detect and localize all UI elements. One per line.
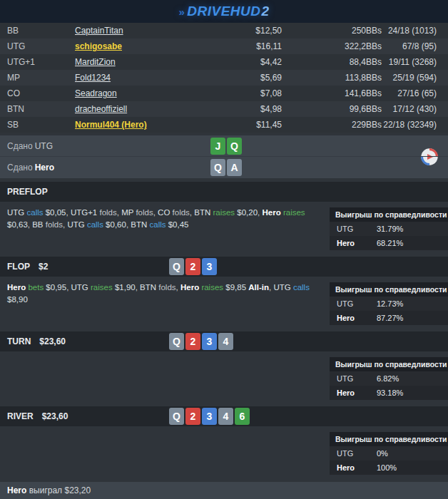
street-body: Выигрыш по справедливостиUTG6.82%Hero93.… [0,351,448,403]
action-player: BTN [131,220,147,229]
street-header: TURN$23,60Q234 [0,331,448,351]
action-verb: folds [46,220,63,229]
player-position: UTG+1 [0,54,75,70]
player-name-cell: Seadragon [75,86,207,101]
street-actions: UTG calls $0,05, UTG+1 folds, MP folds, … [0,202,322,234]
board-cards: Q23 [169,258,217,275]
card-2: 2 [185,258,200,275]
card-Q: Q [227,138,242,155]
action-amount: $0,45 [168,220,189,229]
equity-title: Выигрыш по справедливости [330,432,448,446]
player-stats: 19/11 (3268) [382,54,442,70]
player-name-cell: Fold1234 [75,70,207,86]
action-player: Hero [7,283,26,292]
card-A: A [227,159,242,176]
action-amount: $0,95 [46,283,66,292]
action-player: Hero [180,283,199,292]
action-verb: folds [158,283,175,292]
player-name-cell: schigosabe [75,38,207,54]
equity-panel: Выигрыш по справедливостиUTG12.73%Hero87… [330,282,448,325]
logo-text: DRIVEHUD [187,4,260,19]
street-preflop: PREFLOPUTG calls $0,05, UTG+1 folds, MP … [0,182,448,253]
card-3: 3 [202,408,217,425]
player-position: SB [0,117,75,133]
player-name-cell: Normul404 (Hero) [75,117,207,133]
card-2: 2 [185,333,200,350]
action-player: CO [158,208,170,217]
action-amount: $8,90 [7,295,28,304]
action-player: UTG [67,220,84,229]
action-verb: raises [213,208,235,217]
action-amount: $1,90 [115,283,136,292]
player-name-link[interactable]: MarditZion [75,57,116,67]
equity-row: UTG12.73% [330,297,448,311]
card-6: 6 [235,408,250,425]
dealt-row: СданоUTGJQ [0,135,448,157]
hand-result: Hero выиграл $23,20 [0,482,448,499]
equity-value: 6.82% [377,374,399,383]
equity-row: Hero93.18% [330,386,448,400]
action-verb: raises [201,283,223,292]
street-actions [0,351,322,359]
equity-panel: Выигрыш по справедливостиUTG0%Hero100% [330,432,448,475]
player-stats: 22/18 (32349) [382,117,442,133]
board-cards: Q2346 [169,408,250,425]
player-name-link[interactable]: Normul404 (Hero) [75,120,147,130]
player-name-cell: CaptainTitan [75,23,207,38]
player-position: CO [0,86,75,101]
player-name-cell: dracheoffiziell [75,101,207,117]
result-text: выиграл $23,20 [29,485,91,495]
player-stats: 24/18 (1013) [382,23,442,38]
action-amount: $0,63 [7,220,28,229]
street-title: TURN [0,336,31,346]
equity-panel: Выигрыш по справедливостиUTG31.79%Hero68… [330,207,448,250]
equity-player: UTG [330,374,377,383]
dealt-section: СданоUTGJQСданоHeroQA [0,135,448,178]
player-bbs: 88,4BBs [282,54,382,70]
action-amount: $0,20 [237,208,258,217]
action-player: BB [32,220,43,229]
equity-player: UTG [330,449,377,458]
action-amount: $0,05 [46,208,66,217]
equity-value: 31.79% [377,225,403,233]
player-stack: $5,69 [207,70,282,86]
dealt-row: СданоHeroQA [0,157,448,178]
card-4: 4 [218,333,233,350]
player-name-link[interactable]: Seadragon [75,88,117,98]
action-verb: folds [136,208,153,217]
action-player: BTN [140,283,156,292]
player-name-link[interactable]: schigosabe [75,41,122,51]
card-4: 4 [218,408,233,425]
street-pot: $23,60 [42,411,68,421]
street-header: RIVER$23,60Q2346 [0,406,448,426]
street-turn: TURN$23,60Q234Выигрыш по справедливостиU… [0,331,448,403]
player-bbs: 322,2BBs [282,38,382,54]
player-name-cell: MarditZion [75,54,207,70]
action-player: UTG+1 [71,208,97,217]
player-stats: 25/19 (594) [382,70,442,86]
dealt-cards: QA [210,159,242,176]
card-3: 3 [202,333,217,350]
equity-value: 93.18% [377,389,403,397]
action-player: MP [121,208,133,217]
action-verb: calls [87,220,103,229]
action-player: UTG [71,283,88,292]
street-pot: $23,60 [39,336,66,346]
equity-player: Hero [330,389,377,397]
player-position: BB [0,23,75,38]
player-stats: 27/16 (65) [382,86,442,101]
player-row: BBCaptainTitan$12,50250BBs24/18 (1013) [0,23,448,38]
player-name-link[interactable]: CaptainTitan [75,26,123,36]
equity-row: Hero68.21% [330,236,448,250]
player-stack: $16,11 [207,38,282,54]
dealt-label: СданоHero [0,163,54,173]
action-verb: folds [173,208,190,217]
street-body: Hero bets $0,95, UTG raises $1,90, BTN f… [0,277,448,328]
player-name-link[interactable]: dracheoffiziell [75,104,127,114]
equity-value: 0% [377,449,388,458]
equity-title: Выигрыш по справедливости [330,207,448,222]
player-row: BTNdracheoffiziell$4,9899,6BBs17/12 (430… [0,101,448,117]
dealt-label: СданоUTG [0,141,53,151]
equity-value: 87.27% [377,314,403,322]
player-name-link[interactable]: Fold1234 [75,73,111,83]
